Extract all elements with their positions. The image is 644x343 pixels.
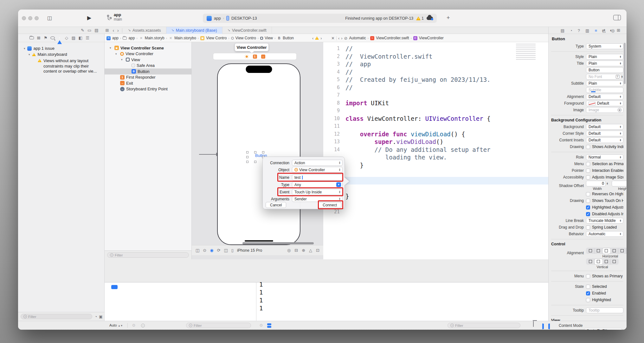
size-inspector-icon[interactable]: △ [602,28,606,33]
segment-vertical-0[interactable] [587,259,595,264]
checkbox-shows-activity-indicator[interactable] [586,145,590,149]
code-editor[interactable]: 1//2// ViewController.swift3// app4//5//… [323,42,548,259]
segment-horizontal-0[interactable] [587,248,595,254]
checkbox-interaction-enabled[interactable] [586,169,590,173]
resolve-layout-icon[interactable]: △ [309,248,312,253]
jump-bar-symbol[interactable]: ViewController [419,36,444,40]
breadcrumb-item[interactable]: app [112,36,119,40]
back-icon[interactable]: ‹ [338,36,339,40]
arguments-popup-button[interactable]: Sender ▲▼ [292,196,343,202]
segment-horizontal-2[interactable] [602,248,610,254]
content-mode-popup[interactable]: Scale To Fill ▲▼ [584,328,622,330]
clear-console-icon[interactable] [533,321,534,327]
info-icon[interactable]: i [141,324,145,327]
panel-toggle-icon[interactable]: ◫ [196,248,199,253]
checkbox-highlighted-adjusts-image[interactable]: ✓ [586,205,590,210]
console-eye-icon[interactable]: ⊙ [260,323,263,327]
inspector-scrollbar[interactable] [624,43,626,84]
attributes-inspector-icon[interactable]: ≡ [595,28,597,33]
checkbox-shows-touch-on-highlight[interactable] [586,199,590,203]
history-inspector-icon[interactable]: ◔ [570,28,572,33]
chevron-down-icon[interactable]: ▾ [110,46,113,49]
tab-main-storyboard-base-[interactable]: ➘Main.storyboard (Base) [166,27,222,34]
segment-vertical-3[interactable] [610,259,618,264]
run-button[interactable]: ▶ [87,15,91,21]
breadcrumb-item[interactable]: View Contro [235,36,256,40]
show-console-view-icon[interactable] [549,323,550,329]
related-items-icon[interactable]: ⊞ [106,28,109,32]
outline-item-storyboard-entry-point[interactable]: →Storyboard Entry Point [105,86,191,92]
rotate-device-icon[interactable]: ⟳ [217,248,221,253]
selection-handle[interactable] [246,161,248,163]
inspector-popup[interactable]: Plain▲▼ [586,61,623,66]
checkbox-reverses-on-highlight[interactable] [586,192,590,196]
zoom-to-fit-icon[interactable]: ◎ [287,248,291,253]
inspector-popup[interactable]: Default▲▼ [586,124,623,130]
inspector-popup[interactable]: System▲▼ [586,43,623,49]
selection-handle[interactable] [254,161,256,163]
segment-horizontal-5[interactable] [626,248,627,254]
chevron-down-icon[interactable]: ▼ [617,108,622,112]
tab-assets-xcassets[interactable]: ➘Assets.xcassets [123,27,166,34]
offset-height-field[interactable]: 0 [612,181,627,186]
chevron-down-icon[interactable]: ▾ [115,52,119,55]
checkbox-spring-loaded[interactable] [586,225,590,230]
close-editor-icon[interactable]: ✕ [331,36,335,40]
type-combo[interactable]: Any ▼ [292,182,343,188]
inspector-popup[interactable]: No FontT [586,74,621,80]
doc-list-icon[interactable]: ▤ [94,28,98,32]
inspector-popup[interactable]: Image▼ [586,107,623,113]
exit-dock-icon[interactable]: → [261,55,265,59]
checkbox-adjusts-image-size[interactable] [586,175,590,179]
inspector-popup[interactable]: Default▲▼ [586,137,623,143]
checkbox-selected[interactable] [586,285,590,289]
inspector-popup[interactable]: Plain▲▼ [586,81,623,86]
segment-horizontal-4[interactable] [618,248,626,254]
device-name[interactable]: iPhone 15 Pro [237,248,262,253]
view-controller-dock-icon[interactable] [245,55,249,59]
selection-handle[interactable] [262,151,264,153]
find-navigator-icon[interactable] [50,36,55,40]
offset-width-field[interactable]: 0 [586,181,606,186]
recent-filter-icon[interactable]: ◔ [95,315,97,319]
segment-vertical-1[interactable] [595,259,602,264]
outline-item-view-controller-scene[interactable]: ▾▣View Controller Scene [105,45,191,51]
toggle-navigator-icon[interactable]: ◫ [47,16,52,21]
stepper-icon[interactable]: ▲▼ [621,75,623,78]
toggle-inspector-icon[interactable] [613,15,621,20]
inspector-popup[interactable]: Default▲▼ [586,94,623,100]
font-picker-icon[interactable]: T [616,75,620,79]
inspector-popup[interactable]: Default▲▼ [586,100,623,106]
embed-icon[interactable]: ⊡ [316,248,319,253]
report-navigator-icon[interactable]: ☰ [85,36,90,40]
warning-count-button[interactable]: ! 1 [416,16,424,21]
test-navigator-icon[interactable]: ◇ [64,36,69,40]
storyboard-entry-point-arrow[interactable] [199,154,216,155]
split-view-icon[interactable]: ◫ [224,248,228,253]
issue-navigator-icon[interactable]: ! [57,36,62,40]
navigator-filter-input[interactable]: ≡ Filter [21,314,92,319]
connections-inspector-icon[interactable]: ◎ [611,28,615,33]
back-icon[interactable]: ‹ [113,28,114,33]
activity-status[interactable]: Finished running app on DESKTOP-13 [345,16,413,21]
inspector-popup[interactable]: Default▲▼ [586,131,623,136]
chevron-down-icon[interactable]: ▾ [24,47,25,50]
cancel-button[interactable]: Cancel [266,202,286,208]
chevron-down-icon[interactable]: ▼ [336,182,341,187]
checkbox-highlighted[interactable] [586,298,590,302]
accessibility-icon[interactable]: ⊙ [203,248,206,253]
add-button[interactable]: + [447,15,450,21]
inspector-popup[interactable]: Tooltip [586,307,623,313]
breadcrumb-item[interactable]: View Contro [206,36,227,40]
selection-handle[interactable] [254,151,256,153]
prev-issue-icon[interactable]: ‹ [312,36,313,40]
console-filter-input[interactable]: ≡ Filter [448,323,520,328]
identity-inspector-icon[interactable]: ▥ [585,28,589,33]
inspector-popup[interactable]: Plain▲▼ [586,54,623,60]
storyboard-canvas[interactable]: View Controller 1 → Button ◫ ⊙ ◉ ⟳ ◫ ▯ i… [192,42,323,259]
first-responder-dock-icon[interactable]: 1 [253,55,257,59]
tab-viewcontroller-swift[interactable]: ➘ViewController.swift [222,27,272,34]
console-output[interactable]: 1111 [259,281,263,312]
connect-button[interactable]: Connect [318,202,341,208]
forward-icon[interactable]: › [117,28,119,33]
